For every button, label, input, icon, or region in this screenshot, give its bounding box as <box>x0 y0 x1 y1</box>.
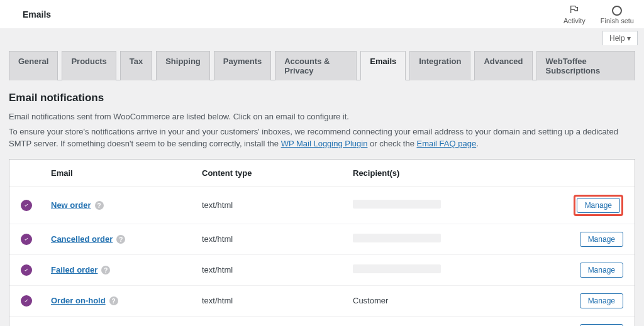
topbar: Emails Activity Finish setu <box>0 0 644 28</box>
redacted-recipient <box>353 264 441 273</box>
email-name-link[interactable]: Failed order <box>51 265 97 274</box>
tab-accounts-privacy[interactable]: Accounts & Privacy <box>275 51 357 80</box>
manage-button[interactable]: Manage <box>580 232 623 247</box>
help-tooltip-icon[interactable]: ? <box>101 266 110 274</box>
table-row: Processing order?text/htmlCustomerManage <box>9 316 635 326</box>
actions-cell: Manage <box>565 285 635 316</box>
email-name-cell: Processing order? <box>43 316 194 326</box>
section-desc-2: To ensure your store's notifications arr… <box>9 126 635 150</box>
wp-mail-logging-link[interactable]: WP Mail Logging Plugin <box>281 139 368 148</box>
content-type-cell: text/html <box>194 187 345 224</box>
redacted-recipient <box>353 200 441 209</box>
manage-button[interactable]: Manage <box>577 198 620 213</box>
settings-tabs: GeneralProductsTaxShippingPaymentsAccoun… <box>9 50 635 80</box>
tab-emails[interactable]: Emails <box>360 51 406 80</box>
highlighted-manage: Manage <box>574 195 623 216</box>
status-cell <box>9 285 43 316</box>
tab-products[interactable]: Products <box>62 51 116 80</box>
email-name-link[interactable]: New order <box>51 200 91 210</box>
col-recip-header: Recipient(s) <box>345 160 565 187</box>
recipient-cell: Customer <box>345 285 565 316</box>
actions-cell: Manage <box>565 187 635 224</box>
status-enabled-icon <box>21 234 32 245</box>
activity-label: Activity <box>564 17 586 24</box>
manage-button[interactable]: Manage <box>580 263 623 278</box>
page-title: Emails <box>10 9 51 19</box>
col-ctype-header: Content type <box>194 160 345 187</box>
help-tooltip-icon[interactable]: ? <box>116 235 125 244</box>
email-name-cell: Order on-hold? <box>43 285 194 316</box>
redacted-recipient <box>353 234 441 242</box>
table-row: Cancelled order?text/htmlManage <box>9 224 635 254</box>
actions-cell: Manage <box>565 224 635 254</box>
activity-button[interactable]: Activity <box>564 4 586 24</box>
topbar-actions: Activity Finish setu <box>564 4 634 24</box>
status-enabled-icon <box>21 200 32 211</box>
col-email-header: Email <box>43 160 194 187</box>
finish-setup-button[interactable]: Finish setu <box>601 6 634 24</box>
tab-integration[interactable]: Integration <box>409 51 470 80</box>
tab-payments[interactable]: Payments <box>214 51 271 80</box>
recipient-cell <box>345 254 565 285</box>
actions-cell: Manage <box>565 254 635 285</box>
status-cell <box>9 187 43 224</box>
email-name-link[interactable]: Cancelled order <box>51 234 113 244</box>
table-row: Order on-hold?text/htmlCustomerManage <box>9 285 635 316</box>
status-cell <box>9 254 43 285</box>
recipient-cell: Customer <box>345 316 565 326</box>
tab-tax[interactable]: Tax <box>120 51 152 80</box>
content: GeneralProductsTaxShippingPaymentsAccoun… <box>0 50 644 326</box>
col-status-header <box>9 160 43 187</box>
help-tooltip-icon[interactable]: ? <box>95 201 104 210</box>
table-row: Failed order?text/htmlManage <box>9 254 635 285</box>
status-cell <box>9 224 43 254</box>
email-name-cell: Failed order? <box>43 254 194 285</box>
manage-button[interactable]: Manage <box>580 293 623 308</box>
section-heading: Email notifications <box>9 92 635 104</box>
tab-general[interactable]: General <box>9 51 58 80</box>
email-table: Email Content type Recipient(s) New orde… <box>9 159 635 327</box>
content-type-cell: text/html <box>194 254 345 285</box>
content-type-cell: text/html <box>194 316 345 326</box>
email-faq-link[interactable]: Email FAQ page <box>417 139 477 148</box>
tab-shipping[interactable]: Shipping <box>156 51 210 80</box>
tab-advanced[interactable]: Advanced <box>474 51 532 80</box>
content-type-cell: text/html <box>194 224 345 254</box>
actions-cell: Manage <box>565 316 635 326</box>
email-name-link[interactable]: Order on-hold <box>51 296 106 305</box>
email-name-cell: New order? <box>43 187 194 224</box>
circle-icon <box>612 6 622 16</box>
email-name-cell: Cancelled order? <box>43 224 194 254</box>
section-desc-1: Email notifications sent from WooCommerc… <box>9 111 635 123</box>
status-cell <box>9 316 43 326</box>
recipient-cell <box>345 224 565 254</box>
flag-icon <box>569 4 579 16</box>
status-enabled-icon <box>21 295 32 307</box>
help-tooltip-icon[interactable]: ? <box>109 296 118 305</box>
content-type-cell: text/html <box>194 285 345 316</box>
status-enabled-icon <box>21 264 32 276</box>
recipient-cell <box>345 187 565 224</box>
help-row: Help ▾ <box>0 28 644 45</box>
manage-button[interactable]: Manage <box>580 324 623 327</box>
finish-setup-label: Finish setu <box>601 17 634 24</box>
col-actions-header <box>565 160 635 187</box>
help-tab[interactable]: Help ▾ <box>602 31 638 45</box>
table-row: New order?text/htmlManage <box>9 187 635 224</box>
tab-webtoffee-subscriptions[interactable]: WebToffee Subscriptions <box>536 51 635 80</box>
